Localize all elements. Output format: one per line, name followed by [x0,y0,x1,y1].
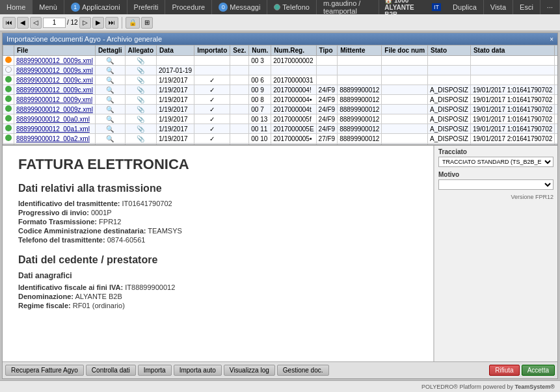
row-sez [230,85,249,95]
row-status [3,66,14,75]
row-allegato[interactable]: 📎 [125,134,156,144]
menu-more[interactable]: ··· [540,0,560,14]
rifiuta-button[interactable]: Rifiuta [489,365,519,376]
row-mittente [338,56,382,66]
row-status [3,134,14,144]
row-tipo: 24/F9 [316,105,338,114]
row-dettagli[interactable]: 🔍 [95,95,125,105]
row-data: 1/19/2017 [157,134,194,144]
nav-last-button[interactable]: ⏭ [105,17,118,29]
menu-vista-label: Vista [490,3,506,11]
row-dettagli[interactable]: 🔍 [95,85,125,95]
window-close-button[interactable]: × [550,36,553,43]
row-dettagli[interactable]: 🔍 [95,56,125,66]
nav-next2-button[interactable]: ▶ [92,17,104,29]
accetta-button[interactable]: Accetta [522,365,555,376]
row-allegato[interactable]: 📎 [125,105,156,114]
row-allegato[interactable]: 📎 [125,85,156,95]
tracciato-select[interactable]: TRACCIATO STANDARD (TS_B2B_ES01) [438,157,553,167]
row-stato: A_DISPOSIZ [428,95,471,105]
row-trasmittente [555,114,557,124]
row-status [3,105,14,114]
visualizza-log-button[interactable]: Visualizza log [224,365,275,376]
row-importato: ✓ [194,95,230,105]
motivo-select[interactable] [438,179,553,190]
grid-button[interactable]: ⊞ [141,17,153,29]
row-allegato[interactable]: 📎 [125,66,156,75]
menu-applicazioni[interactable]: 1 Applicazioni [64,0,127,14]
menu-procedure[interactable]: Procedure [165,0,212,14]
row-tipo: 27/F9 [316,134,338,144]
page-number-input[interactable]: 1 [43,18,66,28]
col-stato-data: Stato data [470,46,554,56]
row-file-doc [382,95,428,105]
row-stato-data [470,66,554,75]
menu-home-label: Home [7,3,25,11]
table-row[interactable]: 888999000012_00a1.xml 🔍 📎 1/19/2017 ✓ 00… [3,124,558,134]
menu-menu[interactable]: Menù [33,0,64,14]
importa-button[interactable]: Importa [138,365,172,376]
row-allegato[interactable]: 📎 [125,124,156,134]
menu-messaggi[interactable]: 0 Messaggi [212,0,267,14]
row-num: 00 10 [249,134,271,144]
row-dettagli[interactable]: 🔍 [95,66,125,75]
row-allegato[interactable]: 📎 [125,95,156,105]
row-file: 888999000012_0009s.xml [14,66,96,75]
row-data: 1/19/2017 [157,124,194,134]
motivo-section: Motivo [438,171,553,190]
row-dettagli[interactable]: 🔍 [95,114,125,124]
row-allegato[interactable]: 📎 [125,56,156,66]
row-dettagli[interactable]: 🔍 [95,75,125,85]
window-title-bar: Importazione documenti Agyo - Archivio g… [3,33,557,45]
table-row[interactable]: 888999000012_0009c.xml 🔍 📎 1/19/2017 ✓ 0… [3,85,558,95]
row-stato: A_DISPOSIZ [428,85,471,95]
nav-prev2-button[interactable]: ◁ [30,17,42,29]
row-file: 888999000012_0009c.xml [14,75,96,85]
menu-duplica-label: Duplica [453,3,477,11]
menu-vista[interactable]: Vista [484,0,513,14]
table-row[interactable]: 888999000012_00a2.xml 🔍 📎 1/19/2017 ✓ 00… [3,134,558,144]
formato-field: Formato Trasmissione: FPR12 [18,218,418,226]
page-separator: / 12 [67,19,78,26]
denominazione-field: Denominazione: ALYANTE B2B [18,293,418,300]
menu-applicazioni-label: Applicazioni [82,3,120,11]
col-trasmittente: Trasmittente [555,46,557,56]
row-dettagli[interactable]: 🔍 [95,105,125,114]
menu-telefono[interactable]: Telefono [267,0,317,14]
nav-prev-button[interactable]: ◀ [17,17,29,29]
table-row[interactable]: 888999000012_0009y.xml 🔍 📎 1/19/2017 ✓ 0… [3,95,558,105]
lock-button[interactable]: 🔒 [126,17,140,29]
row-status [3,75,14,85]
table-row[interactable]: 888999000012_0009s.xml 🔍 📎 00 3 20170000… [3,56,558,66]
table-row[interactable]: 888999000012_00a0.xml 🔍 📎 1/19/2017 ✓ 00… [3,114,558,124]
menu-home[interactable]: Home [0,0,33,14]
row-num: 00 8 [249,95,271,105]
nav-next-button[interactable]: ▷ [79,17,91,29]
row-dettagli[interactable]: 🔍 [95,124,125,134]
row-num-reg: 2017000004! [271,85,316,95]
row-allegato[interactable]: 📎 [125,75,156,85]
menu-esci[interactable]: Esci [513,0,540,14]
controlla-dati-button[interactable]: Controlla dati [86,365,136,376]
row-file-doc [382,124,428,134]
row-allegato[interactable]: 📎 [125,114,156,124]
row-importato [194,56,230,66]
table-row[interactable]: 888999000012_0009s.xml 🔍 📎 2017-01-19 [3,66,558,75]
row-dettagli[interactable]: 🔍 [95,134,125,144]
table-row[interactable]: 888999000012_0009z.xml 🔍 📎 1/19/2017 ✓ 0… [3,105,558,114]
menu-duplica[interactable]: Duplica [446,0,484,14]
menu-preferiti[interactable]: Preferiti [127,0,166,14]
recupera-fatture-button[interactable]: Recupera Fatture Agyo [5,365,84,376]
row-importato: ✓ [194,124,230,134]
gestione-doc-button[interactable]: Gestione doc. [277,365,329,376]
table-row[interactable]: 888999000012_0009c.xml 🔍 📎 1/19/2017 ✓ 0… [3,75,558,85]
nav-first-button[interactable]: ⏮ [3,17,16,29]
row-mittente: 88899900012 [338,95,382,105]
row-num-reg: 2017000005E [271,124,316,134]
col-num: Num. [249,46,271,56]
row-file-doc [382,114,428,124]
importa-auto-button[interactable]: Importa auto [174,365,222,376]
row-data [157,56,194,66]
menu-user[interactable]: m.gaudino / teamportal [317,0,379,14]
row-trasmittente [555,75,557,85]
